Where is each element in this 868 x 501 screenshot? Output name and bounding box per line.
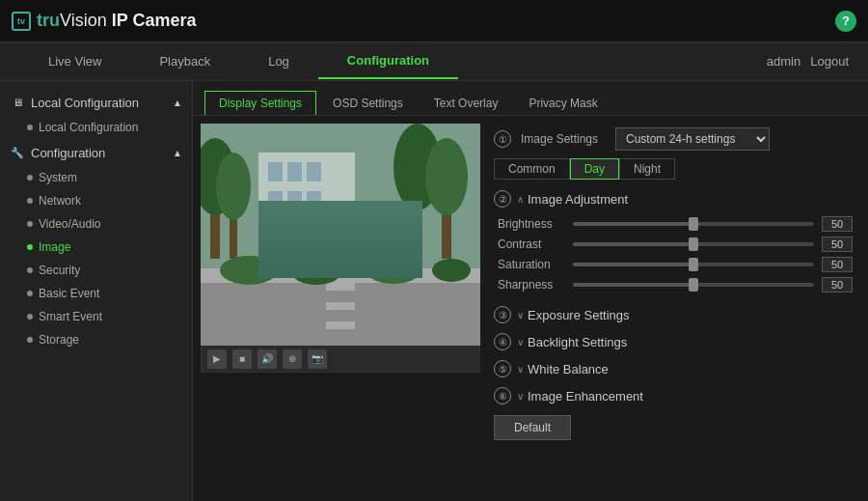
sidebar-config-label: Configuration <box>31 146 105 160</box>
nav-right: admin Logout <box>767 54 849 69</box>
nav-playback[interactable]: Playback <box>130 44 239 78</box>
nav-logout[interactable]: Logout <box>810 54 849 69</box>
tab-display-settings[interactable]: Display Settings <box>204 91 316 115</box>
brightness-thumb[interactable] <box>689 217 698 231</box>
brightness-fill <box>573 222 693 226</box>
toolbar-zoom-btn[interactable]: ⊕ <box>283 349 302 369</box>
exposure-settings-label: Exposure Settings <box>528 308 630 322</box>
svg-rect-7 <box>307 191 321 210</box>
sliders-section: Brightness 50 Contrast 50 <box>490 212 860 301</box>
saturation-row: Saturation 50 <box>498 257 853 272</box>
logo-icon: tv <box>12 12 31 31</box>
main-layout: 🖥 Local Configuration ▲ Local Configurat… <box>0 81 868 501</box>
exposure-settings-header[interactable]: ③ ∨ Exposure Settings <box>490 301 860 328</box>
contrast-slider[interactable] <box>573 242 814 246</box>
badge-5: ⑤ <box>494 360 511 377</box>
chevron-backlight: ∨ <box>517 337 524 348</box>
image-settings-select[interactable]: Custom 24-h settings <box>615 127 770 151</box>
header: tv truVision IP Camera ? <box>0 0 868 42</box>
mode-tab-common[interactable]: Common <box>494 158 570 180</box>
logo-text: truVision IP Camera <box>37 11 196 31</box>
tab-privacy-mask[interactable]: Privacy Mask <box>514 91 611 115</box>
logo: tv truVision IP Camera <box>12 11 196 31</box>
contrast-value: 50 <box>822 237 853 252</box>
content-body: ▶ ■ 🔊 ⊕ 📷 ① Image Settings Custom 24-h s… <box>193 116 868 501</box>
contrast-fill <box>573 242 693 246</box>
mode-tab-day[interactable]: Day <box>570 158 619 180</box>
sidebar-item-storage[interactable]: Storage <box>0 328 192 351</box>
toolbar-mic-btn[interactable]: 🔊 <box>258 349 277 369</box>
svg-point-27 <box>432 259 471 282</box>
saturation-thumb[interactable] <box>689 258 698 271</box>
backlight-settings-header[interactable]: ④ ∨ Backlight Settings <box>490 328 860 355</box>
brightness-value: 50 <box>822 216 853 232</box>
white-balance-label: White Balance <box>528 362 609 376</box>
image-settings-label: Image Settings <box>521 132 608 146</box>
sidebar-item-video-audio[interactable]: Video/Audio <box>0 212 192 236</box>
sidebar-item-image[interactable]: Image <box>0 236 192 259</box>
default-button[interactable]: Default <box>494 415 571 440</box>
chevron-image-enhancement: ∨ <box>517 391 524 402</box>
svg-rect-3 <box>287 162 302 181</box>
brightness-slider[interactable] <box>573 222 814 226</box>
image-enhancement-header[interactable]: ⑥ ∨ Image Enhancement <box>490 382 860 409</box>
toolbar-cap-btn[interactable]: 📷 <box>308 349 327 369</box>
svg-rect-6 <box>287 191 302 210</box>
dot-image <box>27 244 33 250</box>
image-settings-row: ① Image Settings Custom 24-h settings <box>490 127 860 151</box>
svg-point-18 <box>425 138 468 215</box>
svg-rect-8 <box>268 220 283 239</box>
sharpness-thumb[interactable] <box>689 278 698 292</box>
dot-network <box>27 198 33 204</box>
svg-point-26 <box>366 259 420 284</box>
white-balance-header[interactable]: ⑤ ∨ White Balance <box>490 355 860 382</box>
saturation-slider[interactable] <box>573 263 814 266</box>
nav-username: admin <box>767 54 800 69</box>
nav-configuration[interactable]: Configuration <box>318 43 458 79</box>
camera-preview-area: ▶ ■ 🔊 ⊕ 📷 <box>201 124 480 493</box>
toolbar-stop-btn[interactable]: ■ <box>232 349 252 369</box>
saturation-value: 50 <box>822 257 853 272</box>
dot-system <box>27 175 33 181</box>
saturation-label: Saturation <box>498 258 565 271</box>
tab-text-overlay[interactable]: Text Overlay <box>420 91 513 115</box>
sidebar-item-network[interactable]: Network <box>0 189 192 212</box>
sidebar-item-local-config[interactable]: Local Configuration <box>0 116 192 139</box>
svg-rect-9 <box>287 220 302 239</box>
contrast-thumb[interactable] <box>689 237 698 251</box>
wrench-icon: 🔧 <box>10 145 25 160</box>
sidebar-item-security[interactable]: Security <box>0 259 192 282</box>
main-nav: Live View Playback Log Configuration adm… <box>0 42 868 81</box>
svg-rect-22 <box>326 321 355 329</box>
sidebar-item-system[interactable]: System <box>0 166 192 189</box>
dot-smart-event <box>27 314 33 320</box>
image-adjustment-header[interactable]: ② ∧ Image Adjustment <box>490 185 860 212</box>
chevron-exposure: ∨ <box>517 310 524 320</box>
dot-storage <box>27 337 33 343</box>
toolbar-play-btn[interactable]: ▶ <box>207 349 227 369</box>
sidebar-item-basic-event[interactable]: Basic Event <box>0 282 192 305</box>
mode-tabs: Common Day Night <box>490 158 860 180</box>
image-enhancement-label: Image Enhancement <box>528 389 643 404</box>
saturation-fill <box>573 263 693 266</box>
sharpness-row: Sharpness 50 <box>498 277 853 292</box>
backlight-settings-label: Backlight Settings <box>528 335 627 349</box>
badge-1: ① <box>494 130 511 148</box>
sidebar-local-config-header[interactable]: 🖥 Local Configuration ▲ <box>0 89 192 116</box>
content-area: Display Settings OSD Settings Text Overl… <box>193 81 868 501</box>
sharpness-slider[interactable] <box>573 283 814 287</box>
tab-osd-settings[interactable]: OSD Settings <box>318 91 418 115</box>
nav-log[interactable]: Log <box>239 44 318 78</box>
camera-toolbar: ▶ ■ 🔊 ⊕ 📷 <box>201 346 480 373</box>
sidebar-config-header[interactable]: 🔧 Configuration ▲ <box>0 139 192 166</box>
collapse-icon: ▲ <box>173 97 182 108</box>
sidebar-item-smart-event[interactable]: Smart Event <box>0 305 192 328</box>
help-button[interactable]: ? <box>835 11 856 32</box>
mode-tab-night[interactable]: Night <box>619 158 675 180</box>
badge-2: ② <box>494 190 511 208</box>
svg-rect-10 <box>307 220 321 239</box>
nav-live-view[interactable]: Live View <box>19 44 130 78</box>
chevron-image-adj: ∧ <box>517 194 524 205</box>
svg-point-14 <box>216 153 251 220</box>
dot-local-config <box>27 125 33 130</box>
